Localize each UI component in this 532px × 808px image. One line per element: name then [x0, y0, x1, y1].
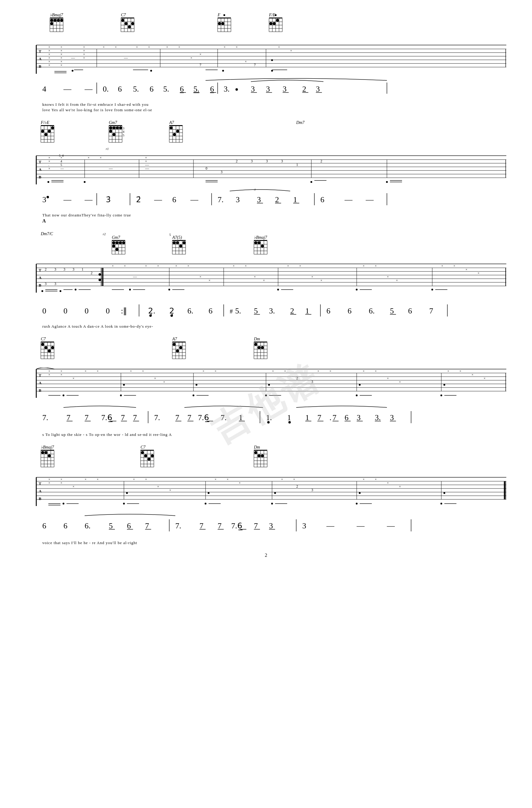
svg-text:×: ×: [163, 380, 165, 384]
svg-text:5: 5: [60, 163, 62, 167]
svg-text:×: ×: [145, 264, 147, 268]
svg-text:3: 3: [254, 189, 256, 191]
svg-text:4: 4: [123, 130, 125, 133]
svg-text:C7: C7: [41, 337, 46, 341]
svg-text:6: 6: [63, 521, 68, 530]
svg-text:0: 0: [42, 307, 46, 315]
svg-text:7: 7: [218, 521, 222, 530]
svg-text:—: —: [71, 55, 75, 60]
svg-text:×: ×: [239, 481, 241, 484]
svg-text:×: ×: [236, 45, 238, 49]
svg-point-170: [112, 126, 115, 129]
svg-point-53: [273, 22, 276, 25]
svg-point-672: [123, 503, 125, 504]
svg-text:×: ×: [208, 278, 210, 282]
svg-text:×: ×: [48, 373, 50, 377]
svg-text:×: ×: [48, 481, 50, 484]
svg-text:×: ×: [103, 45, 105, 49]
svg-text:×: ×: [60, 52, 62, 56]
svg-point-10: [50, 19, 53, 22]
svg-point-11: [54, 19, 56, 22]
svg-text:×: ×: [112, 264, 114, 268]
svg-text:6: 6: [320, 195, 324, 204]
svg-point-109: [271, 70, 273, 72]
svg-text:2: 2: [296, 376, 298, 380]
svg-text:×: ×: [254, 275, 256, 278]
svg-point-387: [168, 289, 170, 291]
svg-text:×: ×: [387, 377, 389, 380]
svg-text:×: ×: [73, 377, 74, 380]
svg-text:6: 6: [327, 307, 330, 315]
svg-point-389: [277, 289, 279, 291]
section-2: F/♭E Gm7: [24, 120, 508, 224]
svg-point-52: [269, 22, 272, 25]
svg-text:3: 3: [316, 85, 320, 93]
svg-text:7: 7: [133, 413, 137, 422]
section-5: ♭Bmaj7 C7: [24, 444, 508, 545]
chord-diagrams-3: Dm7/C r2 Gm7 A7(5) 5: [24, 231, 508, 261]
svg-point-346: [98, 279, 101, 281]
svg-point-291: [112, 244, 115, 247]
svg-point-591: [48, 454, 51, 457]
svg-text:0: 0: [205, 166, 207, 170]
svg-text:×: ×: [73, 484, 74, 488]
svg-text:3.: 3.: [224, 85, 230, 93]
svg-text:×: ×: [200, 52, 201, 56]
chord-name-f: F: [217, 13, 220, 17]
svg-point-605: [144, 454, 147, 457]
svg-point-154: [44, 133, 48, 136]
svg-point-129: [236, 88, 238, 91]
svg-text:3.: 3.: [375, 413, 381, 422]
svg-rect-142: [41, 125, 54, 126]
svg-text:×: ×: [48, 477, 50, 481]
svg-point-307: [179, 244, 182, 247]
svg-text:1.: 1.: [266, 413, 272, 422]
svg-point-510: [359, 384, 361, 386]
svg-text:×: ×: [478, 271, 479, 275]
svg-rect-458: [254, 342, 267, 343]
svg-point-667: [443, 492, 445, 494]
tab-staff-2: T A B ×× . × × 5 4 4 5 — × × —: [24, 154, 508, 187]
svg-point-678: [356, 503, 357, 504]
svg-point-243: [310, 181, 312, 183]
svg-text:×: ×: [200, 275, 201, 278]
svg-text:×: ×: [133, 477, 135, 481]
svg-text:A7: A7: [172, 337, 178, 341]
svg-text:—: —: [63, 195, 72, 204]
svg-text:×: ×: [454, 264, 455, 268]
svg-text:A7(5): A7(5): [172, 235, 182, 240]
svg-text:×: ×: [299, 264, 301, 268]
svg-text:7.: 7.: [175, 521, 181, 530]
lyrics-2: love Yes all we're loo-king for is love …: [24, 108, 508, 112]
svg-point-469: [254, 343, 257, 346]
svg-text:×: ×: [387, 481, 389, 484]
svg-text:×: ×: [363, 264, 365, 268]
svg-text:0: 0: [85, 307, 89, 315]
svg-text:×: ×: [83, 56, 85, 59]
svg-point-320: [254, 241, 257, 244]
svg-text:3.: 3.: [269, 307, 275, 315]
svg-text:7: 7: [254, 521, 258, 530]
svg-text:—: —: [344, 195, 353, 204]
chord-name-bbmaj7: ♭Bmaj7: [50, 13, 63, 17]
svg-text:×: ×: [387, 275, 389, 278]
svg-text:×: ×: [48, 159, 50, 163]
svg-rect-29: [218, 18, 231, 18]
svg-point-532: [440, 394, 442, 396]
svg-point-402: [149, 314, 152, 317]
svg-text:×: ×: [441, 264, 443, 268]
svg-text:2: 2: [236, 159, 238, 163]
svg-text:×: ×: [187, 264, 189, 268]
svg-text:5.: 5.: [163, 85, 169, 93]
svg-text:×: ×: [48, 156, 50, 159]
svg-rect-310: [254, 240, 267, 241]
svg-text:×: ×: [48, 56, 50, 59]
chord-name-c7: C7: [121, 13, 126, 17]
svg-text:—: —: [63, 85, 72, 93]
svg-text:5: 5: [390, 307, 394, 315]
svg-text:7.: 7.: [154, 413, 160, 422]
svg-text:1: 1: [239, 413, 243, 422]
svg-text:—: —: [326, 521, 335, 530]
svg-point-26: [125, 22, 128, 25]
svg-text:7: 7: [200, 521, 203, 530]
